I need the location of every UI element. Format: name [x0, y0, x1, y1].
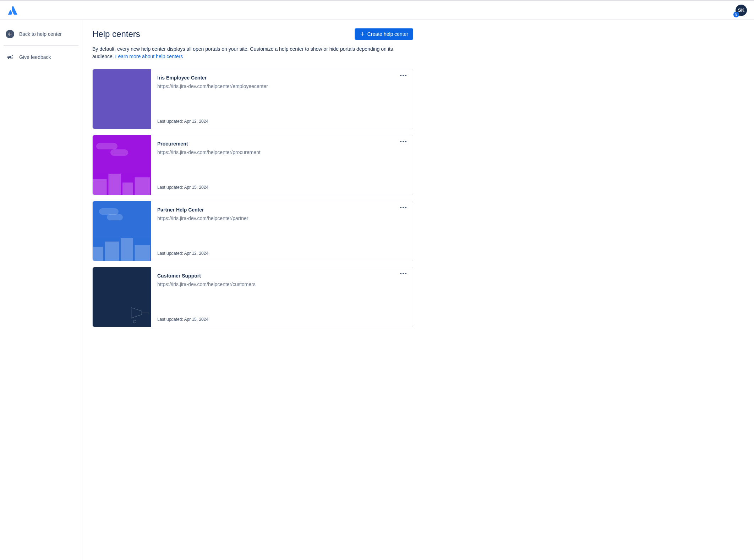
- svg-rect-4: [108, 174, 121, 195]
- help-center-card[interactable]: Procurement https://iris.jira-dev.com/he…: [92, 135, 413, 195]
- card-thumbnail: [93, 69, 151, 129]
- more-actions-icon[interactable]: [399, 73, 408, 78]
- card-url: https://iris.jira-dev.com/helpcenter/emp…: [157, 83, 406, 89]
- svg-rect-3: [93, 179, 107, 195]
- card-thumbnail: [93, 201, 151, 261]
- user-avatar[interactable]: SK 5: [736, 5, 747, 16]
- card-updated: Last updated: Apr 12, 2024: [157, 119, 406, 124]
- main-content: Help centers Create help center By defau…: [82, 20, 423, 560]
- page-title: Help centers: [92, 29, 140, 39]
- svg-rect-10: [135, 245, 150, 261]
- help-center-card[interactable]: Partner Help Center https://iris.jira-de…: [92, 201, 413, 261]
- more-actions-icon[interactable]: [399, 139, 408, 144]
- page-description: By default, every new help center displa…: [92, 45, 413, 60]
- back-label: Back to help center: [19, 31, 62, 37]
- svg-rect-9: [121, 238, 133, 261]
- card-title: Iris Employee Center: [157, 75, 406, 81]
- back-to-help-center-link[interactable]: Back to help center: [4, 27, 78, 41]
- card-title: Partner Help Center: [157, 207, 406, 213]
- card-updated: Last updated: Apr 12, 2024: [157, 251, 406, 256]
- more-actions-icon[interactable]: [399, 205, 408, 210]
- card-thumbnail: [93, 267, 151, 327]
- plus-icon: [360, 31, 365, 37]
- svg-point-12: [133, 320, 136, 323]
- sidebar: Back to help center Give feedback: [0, 20, 82, 560]
- card-updated: Last updated: Apr 15, 2024: [157, 317, 406, 322]
- svg-rect-6: [135, 177, 150, 195]
- card-title: Procurement: [157, 141, 406, 147]
- give-feedback-link[interactable]: Give feedback: [4, 50, 78, 64]
- sidebar-divider: [4, 45, 78, 46]
- atlassian-logo[interactable]: [7, 5, 18, 16]
- card-url: https://iris.jira-dev.com/helpcenter/pro…: [157, 149, 406, 155]
- help-center-card[interactable]: Customer Support https://iris.jira-dev.c…: [92, 267, 413, 327]
- feedback-label: Give feedback: [19, 54, 51, 60]
- svg-rect-8: [105, 242, 119, 261]
- arrow-left-icon: [6, 30, 14, 38]
- card-url: https://iris.jira-dev.com/helpcenter/par…: [157, 215, 406, 221]
- card-updated: Last updated: Apr 15, 2024: [157, 185, 406, 190]
- help-center-card[interactable]: Iris Employee Center https://iris.jira-d…: [92, 69, 413, 129]
- card-url: https://iris.jira-dev.com/helpcenter/cus…: [157, 281, 406, 287]
- card-thumbnail: [93, 135, 151, 195]
- svg-rect-5: [122, 182, 133, 195]
- create-button-label: Create help center: [367, 31, 408, 37]
- create-help-center-button[interactable]: Create help center: [355, 28, 413, 40]
- svg-rect-7: [93, 247, 103, 261]
- topbar: SK 5: [0, 0, 754, 20]
- megaphone-icon: [6, 53, 14, 61]
- learn-more-link[interactable]: Learn more about help centers: [115, 54, 183, 59]
- avatar-badge: 5: [733, 12, 739, 17]
- card-title: Customer Support: [157, 273, 406, 279]
- more-actions-icon[interactable]: [399, 271, 408, 276]
